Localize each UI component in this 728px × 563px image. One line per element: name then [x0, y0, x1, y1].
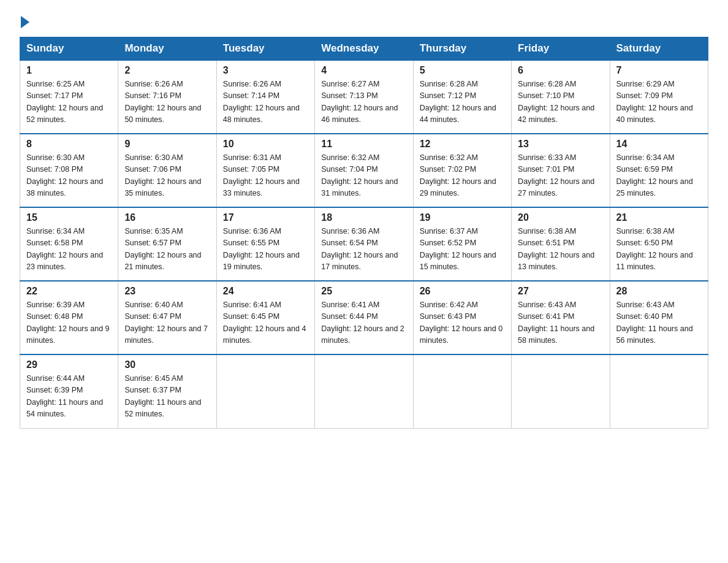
calendar-cell: 21 Sunrise: 6:38 AMSunset: 6:50 PMDaylig…: [610, 207, 708, 281]
day-number: 23: [124, 286, 210, 297]
weekday-header-monday: Monday: [118, 37, 216, 61]
calendar-cell: 3 Sunrise: 6:26 AMSunset: 7:14 PMDayligh…: [216, 60, 314, 134]
day-number: 2: [124, 65, 210, 76]
weekday-header-tuesday: Tuesday: [216, 37, 314, 61]
calendar-cell: 13 Sunrise: 6:33 AMSunset: 7:01 PMDaylig…: [512, 134, 610, 207]
day-info: Sunrise: 6:36 AMSunset: 6:55 PMDaylight:…: [223, 227, 300, 271]
day-number: 4: [321, 65, 406, 76]
weekday-header-friday: Friday: [512, 37, 610, 61]
day-info: Sunrise: 6:25 AMSunset: 7:17 PMDaylight:…: [26, 80, 103, 124]
day-info: Sunrise: 6:34 AMSunset: 6:58 PMDaylight:…: [26, 227, 103, 271]
weekday-header-thursday: Thursday: [413, 37, 511, 61]
day-info: Sunrise: 6:28 AMSunset: 7:12 PMDaylight:…: [420, 80, 496, 124]
calendar-cell: 22 Sunrise: 6:39 AMSunset: 6:48 PMDaylig…: [20, 281, 118, 354]
day-number: 28: [616, 286, 702, 297]
calendar-cell: 30 Sunrise: 6:45 AMSunset: 6:37 PMDaylig…: [118, 354, 216, 428]
day-number: 22: [26, 286, 112, 297]
week-row-3: 15 Sunrise: 6:34 AMSunset: 6:58 PMDaylig…: [20, 207, 708, 281]
day-info: Sunrise: 6:28 AMSunset: 7:10 PMDaylight:…: [518, 80, 594, 124]
day-number: 11: [321, 139, 406, 150]
page-header: [20, 15, 708, 26]
day-info: Sunrise: 6:30 AMSunset: 7:08 PMDaylight:…: [26, 153, 103, 197]
calendar-cell: [315, 354, 413, 428]
weekday-header-row: SundayMondayTuesdayWednesdayThursdayFrid…: [20, 37, 708, 61]
calendar-cell: 14 Sunrise: 6:34 AMSunset: 6:59 PMDaylig…: [610, 134, 708, 207]
day-info: Sunrise: 6:41 AMSunset: 6:44 PMDaylight:…: [321, 301, 404, 345]
day-number: 5: [420, 65, 505, 76]
day-info: Sunrise: 6:40 AMSunset: 6:47 PMDaylight:…: [124, 301, 208, 345]
day-number: 10: [223, 139, 308, 150]
logo: [20, 15, 29, 26]
day-info: Sunrise: 6:26 AMSunset: 7:16 PMDaylight:…: [124, 80, 201, 124]
calendar-cell: 23 Sunrise: 6:40 AMSunset: 6:47 PMDaylig…: [118, 281, 216, 354]
day-info: Sunrise: 6:29 AMSunset: 7:09 PMDaylight:…: [616, 80, 693, 124]
calendar-cell: 19 Sunrise: 6:37 AMSunset: 6:52 PMDaylig…: [413, 207, 511, 281]
calendar-cell: 27 Sunrise: 6:43 AMSunset: 6:41 PMDaylig…: [512, 281, 610, 354]
day-number: 15: [26, 212, 112, 223]
day-info: Sunrise: 6:32 AMSunset: 7:02 PMDaylight:…: [420, 153, 496, 197]
day-info: Sunrise: 6:43 AMSunset: 6:41 PMDaylight:…: [518, 301, 594, 345]
day-info: Sunrise: 6:34 AMSunset: 6:59 PMDaylight:…: [616, 153, 693, 197]
calendar-cell: 5 Sunrise: 6:28 AMSunset: 7:12 PMDayligh…: [413, 60, 511, 134]
day-number: 3: [223, 65, 308, 76]
calendar-cell: [216, 354, 314, 428]
day-number: 27: [518, 286, 603, 297]
day-number: 19: [420, 212, 505, 223]
day-number: 8: [26, 139, 112, 150]
day-number: 20: [518, 212, 603, 223]
day-number: 16: [124, 212, 210, 223]
calendar-cell: 8 Sunrise: 6:30 AMSunset: 7:08 PMDayligh…: [20, 134, 118, 207]
weekday-header-wednesday: Wednesday: [315, 37, 413, 61]
calendar-cell: 24 Sunrise: 6:41 AMSunset: 6:45 PMDaylig…: [216, 281, 314, 354]
day-info: Sunrise: 6:42 AMSunset: 6:43 PMDaylight:…: [420, 301, 503, 345]
day-number: 17: [223, 212, 308, 223]
weekday-header-sunday: Sunday: [20, 37, 118, 61]
logo-arrow-icon: [21, 16, 29, 28]
day-info: Sunrise: 6:35 AMSunset: 6:57 PMDaylight:…: [124, 227, 201, 271]
calendar-cell: 1 Sunrise: 6:25 AMSunset: 7:17 PMDayligh…: [20, 60, 118, 134]
calendar-cell: 11 Sunrise: 6:32 AMSunset: 7:04 PMDaylig…: [315, 134, 413, 207]
calendar-cell: 28 Sunrise: 6:43 AMSunset: 6:40 PMDaylig…: [610, 281, 708, 354]
day-number: 21: [616, 212, 702, 223]
day-number: 24: [223, 286, 308, 297]
day-info: Sunrise: 6:41 AMSunset: 6:45 PMDaylight:…: [223, 301, 306, 345]
day-info: Sunrise: 6:44 AMSunset: 6:39 PMDaylight:…: [26, 374, 103, 418]
day-number: 30: [124, 359, 210, 370]
calendar-table: SundayMondayTuesdayWednesdayThursdayFrid…: [20, 37, 708, 429]
day-info: Sunrise: 6:27 AMSunset: 7:13 PMDaylight:…: [321, 80, 398, 124]
day-number: 25: [321, 286, 406, 297]
day-number: 7: [616, 65, 702, 76]
calendar-cell: [610, 354, 708, 428]
day-info: Sunrise: 6:43 AMSunset: 6:40 PMDaylight:…: [616, 301, 693, 345]
day-number: 1: [26, 65, 112, 76]
day-info: Sunrise: 6:32 AMSunset: 7:04 PMDaylight:…: [321, 153, 398, 197]
calendar-cell: 17 Sunrise: 6:36 AMSunset: 6:55 PMDaylig…: [216, 207, 314, 281]
day-number: 29: [26, 359, 112, 370]
calendar-cell: 15 Sunrise: 6:34 AMSunset: 6:58 PMDaylig…: [20, 207, 118, 281]
week-row-1: 1 Sunrise: 6:25 AMSunset: 7:17 PMDayligh…: [20, 60, 708, 134]
calendar-cell: 2 Sunrise: 6:26 AMSunset: 7:16 PMDayligh…: [118, 60, 216, 134]
calendar-cell: 26 Sunrise: 6:42 AMSunset: 6:43 PMDaylig…: [413, 281, 511, 354]
calendar-cell: 25 Sunrise: 6:41 AMSunset: 6:44 PMDaylig…: [315, 281, 413, 354]
day-info: Sunrise: 6:36 AMSunset: 6:54 PMDaylight:…: [321, 227, 398, 271]
day-info: Sunrise: 6:39 AMSunset: 6:48 PMDaylight:…: [26, 301, 110, 345]
calendar-cell: 16 Sunrise: 6:35 AMSunset: 6:57 PMDaylig…: [118, 207, 216, 281]
day-info: Sunrise: 6:33 AMSunset: 7:01 PMDaylight:…: [518, 153, 594, 197]
weekday-header-saturday: Saturday: [610, 37, 708, 61]
day-info: Sunrise: 6:31 AMSunset: 7:05 PMDaylight:…: [223, 153, 300, 197]
calendar-cell: 20 Sunrise: 6:38 AMSunset: 6:51 PMDaylig…: [512, 207, 610, 281]
week-row-2: 8 Sunrise: 6:30 AMSunset: 7:08 PMDayligh…: [20, 134, 708, 207]
day-number: 9: [124, 139, 210, 150]
week-row-5: 29 Sunrise: 6:44 AMSunset: 6:39 PMDaylig…: [20, 354, 708, 428]
calendar-cell: 12 Sunrise: 6:32 AMSunset: 7:02 PMDaylig…: [413, 134, 511, 207]
calendar-cell: 9 Sunrise: 6:30 AMSunset: 7:06 PMDayligh…: [118, 134, 216, 207]
day-info: Sunrise: 6:38 AMSunset: 6:51 PMDaylight:…: [518, 227, 594, 271]
calendar-cell: [413, 354, 511, 428]
calendar-cell: [512, 354, 610, 428]
day-info: Sunrise: 6:26 AMSunset: 7:14 PMDaylight:…: [223, 80, 300, 124]
day-number: 14: [616, 139, 702, 150]
day-number: 13: [518, 139, 603, 150]
day-info: Sunrise: 6:38 AMSunset: 6:50 PMDaylight:…: [616, 227, 693, 271]
day-number: 26: [420, 286, 505, 297]
day-number: 6: [518, 65, 603, 76]
